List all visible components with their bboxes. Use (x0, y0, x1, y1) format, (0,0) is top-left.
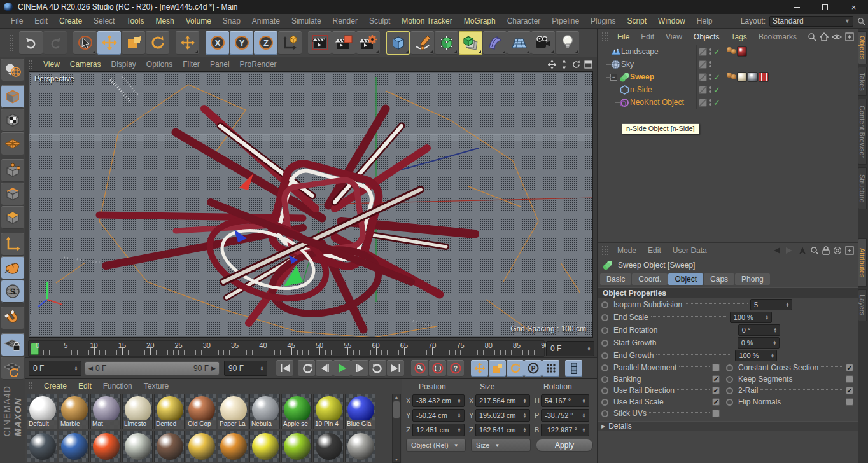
property-value-field[interactable]: 100 %▲▼ (730, 312, 772, 323)
checkbox[interactable] (712, 410, 720, 417)
render-settings-button[interactable] (356, 31, 380, 55)
menu-motion-tracker[interactable]: Motion Tracker (396, 14, 458, 28)
layer-box[interactable] (699, 86, 707, 94)
material-menu-edit[interactable]: Edit (73, 379, 97, 393)
details-group[interactable]: ▶ Details (598, 421, 858, 431)
scroll-down-icon[interactable]: ▼ (395, 457, 399, 462)
eye-icon[interactable] (832, 33, 842, 41)
viewport-menu-panel[interactable]: Panel (205, 57, 235, 71)
end-frame-field[interactable]: 90 F ▲▼ (224, 361, 267, 376)
animation-dot-icon[interactable] (601, 364, 608, 371)
add-panel-icon[interactable] (845, 32, 854, 41)
spinner-icon[interactable]: ▲▼ (764, 315, 771, 320)
checkbox[interactable]: ✓ (846, 364, 853, 371)
material-menu-create[interactable]: Create (38, 379, 73, 393)
menu-snap[interactable]: Snap (217, 14, 246, 28)
animation-dot-icon[interactable] (601, 399, 608, 406)
animation-dot-icon[interactable] (601, 340, 608, 347)
viewport-canvas[interactable]: Perspective Grid Spacing : 100 cm (29, 71, 593, 338)
spinner-icon[interactable]: ▲▼ (771, 340, 778, 345)
model-mode-button[interactable] (1, 85, 24, 108)
history-forward-icon[interactable] (785, 246, 795, 255)
axis-z-button[interactable]: Z (254, 31, 277, 55)
coordinate-system-button[interactable] (278, 31, 302, 55)
menu-sculpt[interactable]: Sculpt (363, 14, 396, 28)
coord-value-field[interactable]: -38.752 °▲▼ (541, 409, 589, 422)
viewport-solo-button[interactable]: S (1, 280, 24, 303)
key-rotation-button[interactable] (507, 360, 524, 377)
scrollbar-thumb[interactable] (393, 401, 400, 418)
menu-mesh[interactable]: Mesh (150, 14, 179, 28)
object-menu-bookmarks[interactable]: Bookmarks (753, 30, 802, 44)
checkbox[interactable]: ✓ (846, 387, 853, 394)
rotate-button[interactable] (146, 31, 169, 55)
enable-dots[interactable] (709, 86, 711, 93)
checkbox[interactable]: ✓ (712, 398, 720, 406)
add-spline-pen-button[interactable] (410, 31, 434, 55)
object-row-neoknot-object[interactable]: NeoKnot Object✓ (598, 96, 858, 109)
spinner-icon[interactable]: ▲▼ (580, 398, 587, 403)
material-thumbnail[interactable] (313, 431, 344, 462)
expander-icon[interactable]: − (610, 74, 617, 81)
toggle-panel-icon[interactable] (584, 60, 593, 69)
layer-box[interactable] (699, 99, 707, 107)
add-subdivision-surface-button[interactable] (435, 31, 458, 55)
checkbox[interactable]: ✓ (712, 375, 720, 383)
attribute-menu-edit[interactable]: Edit (642, 244, 667, 258)
position-mode-dropdown[interactable]: Object (Rel) ▼ (406, 439, 466, 452)
menu-animate[interactable]: Animate (246, 14, 286, 28)
viewport-menu-filter[interactable]: Filter (178, 57, 205, 71)
spinner-icon[interactable]: ▲▼ (585, 346, 592, 351)
last-used-tool-button[interactable] (176, 31, 199, 55)
points-mode-button[interactable] (1, 159, 24, 182)
material-scrollbar[interactable]: ▲ ▼ (392, 394, 401, 463)
spinner-icon[interactable]: ▲▼ (456, 398, 463, 403)
layer-box[interactable] (699, 73, 707, 81)
enable-snap-button[interactable] (1, 307, 24, 329)
smoothing-tag-icon[interactable] (731, 49, 736, 54)
material-thumbnail[interactable] (154, 431, 185, 462)
section-header[interactable]: Object Properties (598, 287, 858, 298)
live-selection-button[interactable] (73, 31, 97, 55)
workplane-lock-button[interactable] (1, 333, 24, 356)
enabled-check-icon[interactable]: ✓ (713, 73, 722, 82)
checkbox[interactable] (846, 375, 853, 383)
key-scale-button[interactable] (489, 360, 506, 377)
animation-dot-icon[interactable] (601, 352, 608, 359)
spinner-icon[interactable]: ▲▼ (580, 413, 587, 418)
menu-select[interactable]: Select (88, 14, 120, 28)
keyframe-selection-button[interactable]: ? (447, 360, 464, 377)
material-thumbnail[interactable]: Default (27, 394, 57, 429)
animation-dot-icon[interactable] (601, 376, 608, 383)
make-editable-button[interactable] (1, 59, 24, 81)
search-icon[interactable] (810, 246, 819, 255)
enabled-check-icon[interactable]: ✓ (713, 98, 722, 107)
material-thumbnail[interactable] (218, 431, 248, 462)
play-backwards-button[interactable] (298, 360, 315, 377)
record-keyframe-button[interactable] (411, 360, 428, 377)
add-generator-button[interactable] (459, 31, 482, 55)
animation-dot-icon[interactable] (601, 327, 608, 334)
add-cube-button[interactable] (386, 31, 410, 55)
undo-button[interactable] (19, 31, 43, 55)
pan-view-icon[interactable] (547, 60, 557, 69)
animation-dot-icon[interactable] (726, 376, 733, 383)
spinner-icon[interactable]: ▲▼ (580, 427, 587, 432)
tab-basic[interactable]: Basic (600, 273, 631, 285)
panel-tab-layers[interactable]: Layers (858, 289, 867, 321)
enabled-check-icon[interactable]: ✓ (713, 85, 722, 95)
minimize-button[interactable] (782, 0, 811, 14)
coord-value-field[interactable]: 162.541 cm▲▼ (475, 424, 530, 436)
menu-character[interactable]: Character (501, 14, 547, 28)
material-thumbnail[interactable]: Old Cop (186, 394, 216, 429)
object-row-sweep[interactable]: −Sweep✓ (598, 71, 858, 83)
checkbox[interactable] (846, 398, 853, 406)
panel-grip[interactable] (9, 34, 15, 51)
object-row-sky[interactable]: Sky (598, 58, 858, 71)
menu-script[interactable]: Script (621, 14, 652, 28)
enable-dots[interactable] (709, 61, 711, 67)
goto-end-button[interactable] (387, 360, 404, 377)
coord-value-field[interactable]: 195.023 cm▲▼ (475, 409, 530, 422)
menu-volume[interactable]: Volume (180, 14, 217, 28)
material-thumbnail[interactable]: Limesto (122, 394, 153, 429)
